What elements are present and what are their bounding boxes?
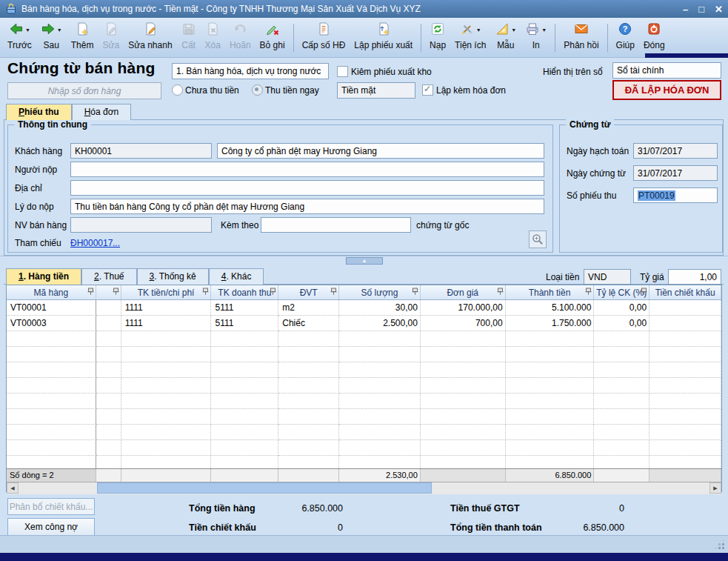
grid-cell[interactable]: VT00003: [7, 316, 96, 331]
hien-thi-tren-so-combo[interactable]: Sổ tài chính: [612, 62, 721, 79]
empty-row[interactable]: [7, 347, 721, 362]
lap-kem-hoa-don-checkbox[interactable]: [422, 84, 433, 96]
toolbar-button-in[interactable]: ▼In: [521, 20, 551, 57]
customer-name-field[interactable]: Công ty cổ phần dệt may Hương Giang: [217, 143, 544, 159]
tab-phieu-thu[interactable]: Phiếu thu: [6, 104, 72, 120]
toolbar-button-dong[interactable]: Đóng: [639, 20, 669, 57]
dropdown-caret-icon[interactable]: ▼: [57, 27, 62, 33]
toolbar-button-hoan[interactable]: Hoãn: [225, 20, 256, 57]
toolbar-button-nap[interactable]: Nạp: [425, 20, 450, 57]
pin-icon[interactable]: [330, 288, 337, 298]
pin-icon[interactable]: [641, 288, 647, 298]
salesperson-combo[interactable]: [70, 217, 212, 233]
pin-icon[interactable]: [87, 288, 94, 298]
grid-cell[interactable]: 1111: [121, 316, 212, 331]
pin-icon[interactable]: [270, 288, 276, 298]
grid-col-header-tk-tien-chi-phi[interactable]: TK tiền/chi phí: [121, 285, 212, 299]
pin-icon[interactable]: [585, 288, 592, 298]
toolbar-button-sua-nhanh[interactable]: Sửa nhanh: [124, 20, 176, 57]
minimize-icon[interactable]: –: [683, 4, 688, 14]
empty-row[interactable]: [7, 378, 721, 394]
empty-row[interactable]: [7, 362, 721, 378]
grid-cell[interactable]: [96, 316, 121, 331]
grid-cell[interactable]: Chiếc: [278, 316, 339, 331]
empty-row[interactable]: [7, 425, 721, 440]
receipt-number-field[interactable]: PT00019: [633, 187, 718, 203]
toolbar-button-truoc[interactable]: ▼Trước: [3, 20, 36, 57]
grid-cell[interactable]: 0,00: [594, 316, 649, 331]
toolbar-button-tien-ich[interactable]: ▼Tiện ích: [450, 20, 490, 57]
payer-field[interactable]: [70, 162, 544, 177]
grid-col-header-tien-chiet-khau[interactable]: Tiền chiết khấu: [649, 285, 721, 299]
grid-cell[interactable]: [649, 316, 721, 331]
collapse-splitter-handle[interactable]: ▲: [346, 257, 383, 265]
grid-col-header-so-luong[interactable]: Số lượng: [339, 285, 421, 299]
grid-cell[interactable]: 700,00: [421, 316, 506, 331]
grid-cell[interactable]: 5111: [211, 316, 278, 331]
empty-row[interactable]: [7, 440, 721, 456]
grid-cell[interactable]: m2: [278, 300, 339, 316]
scrollbar-thumb[interactable]: [97, 482, 432, 494]
toolbar-button-xoa[interactable]: Xóa: [201, 20, 225, 57]
toolbar-button-sua[interactable]: Sửa: [98, 20, 124, 57]
empty-row[interactable]: [7, 331, 721, 347]
toolbar-button-cat[interactable]: Cất: [177, 20, 201, 57]
pin-icon[interactable]: [412, 288, 418, 298]
toolbar-button-giup[interactable]: ?Giúp: [612, 20, 639, 57]
pin-icon[interactable]: [202, 288, 209, 298]
horizontal-scrollbar[interactable]: ◀ ▶: [7, 482, 721, 494]
toolbar-button-lap-phieu-xuat[interactable]: Lập phiếu xuất: [350, 20, 417, 57]
thu-tien-ngay-radio[interactable]: [252, 84, 263, 96]
toolbar-button-mau[interactable]: ▼Mẫu: [490, 20, 521, 57]
resize-grip-icon[interactable]: [722, 547, 724, 549]
currency-combo[interactable]: VND: [584, 269, 631, 285]
zoom-detail-button[interactable]: [529, 230, 547, 248]
kiem-phieu-xuat-kho-checkbox[interactable]: [337, 66, 348, 77]
empty-row[interactable]: [7, 409, 721, 425]
close-icon[interactable]: ✕: [715, 4, 723, 14]
scroll-right-icon[interactable]: ▶: [709, 482, 721, 494]
grid-cell[interactable]: 0,00: [594, 300, 649, 316]
document-date-field[interactable]: 31/07/2017: [633, 165, 718, 181]
document-type-combo[interactable]: 1. Bán hàng hóa, dịch vụ trong nước: [172, 63, 329, 79]
toolbar-button-sau[interactable]: ▼Sau: [36, 20, 67, 57]
tab-hoa-don[interactable]: Hóa đơn: [72, 104, 132, 120]
tab-4-khac[interactable]: 4. Khác: [209, 268, 264, 285]
grid-cell[interactable]: [96, 300, 121, 316]
scroll-left-icon[interactable]: ◀: [7, 482, 19, 494]
tab-2-thue[interactable]: 2. Thuế: [81, 268, 137, 285]
chua-thu-tien-radio[interactable]: [172, 84, 183, 96]
payment-method-combo[interactable]: Tiền mặt: [337, 82, 415, 99]
toolbar-button-cap-so-hd[interactable]: Cấp số HĐ: [298, 20, 350, 57]
grid-cell[interactable]: 1.750.000: [506, 316, 595, 331]
grid-cell[interactable]: 2.500,00: [339, 316, 421, 331]
dropdown-caret-icon[interactable]: ▼: [511, 27, 516, 33]
reference-more-link[interactable]: ...: [113, 238, 120, 248]
dropdown-caret-icon[interactable]: ▼: [541, 27, 547, 33]
grid-col-header-thanh-tien[interactable]: Thành tiền: [506, 285, 595, 299]
toolbar-button-phan-hoi[interactable]: Phản hồi: [559, 20, 603, 57]
grid-cell[interactable]: 5111: [211, 300, 278, 316]
grid-col-header-pin-column[interactable]: [96, 285, 121, 299]
grid-col-header-dvt[interactable]: ĐVT: [278, 285, 339, 299]
attachment-count-field[interactable]: [261, 217, 411, 233]
grid-col-header-ma-hang[interactable]: Mã hàng: [7, 285, 96, 299]
posting-date-field[interactable]: 31/07/2017: [633, 143, 718, 159]
grid-cell[interactable]: 30,00: [339, 300, 421, 316]
pin-icon[interactable]: [113, 288, 119, 298]
grid-cell[interactable]: 170.000,00: [421, 300, 506, 316]
empty-row[interactable]: [7, 394, 721, 409]
empty-row[interactable]: [7, 456, 721, 468]
reference-link[interactable]: ĐH000017: [70, 238, 113, 248]
maximize-icon[interactable]: □: [698, 4, 704, 14]
exchange-rate-field[interactable]: 1,00: [668, 269, 721, 285]
grid-col-header-tk-doanh-thu[interactable]: TK doanh thu: [211, 285, 278, 299]
grid-cell[interactable]: 5.100.000: [506, 300, 595, 316]
dropdown-caret-icon[interactable]: ▼: [476, 27, 481, 33]
toolbar-button-bo-ghi[interactable]: Bỏ ghi: [256, 20, 290, 57]
tab-1-hang-tien[interactable]: 1. Hàng tiền: [6, 268, 81, 285]
grid-cell[interactable]: 1111: [121, 300, 212, 316]
customer-code-combo[interactable]: KH00001: [70, 143, 212, 159]
grid-cell[interactable]: [649, 300, 721, 316]
xem-cong-no-button[interactable]: Xem công nợ: [7, 518, 95, 536]
